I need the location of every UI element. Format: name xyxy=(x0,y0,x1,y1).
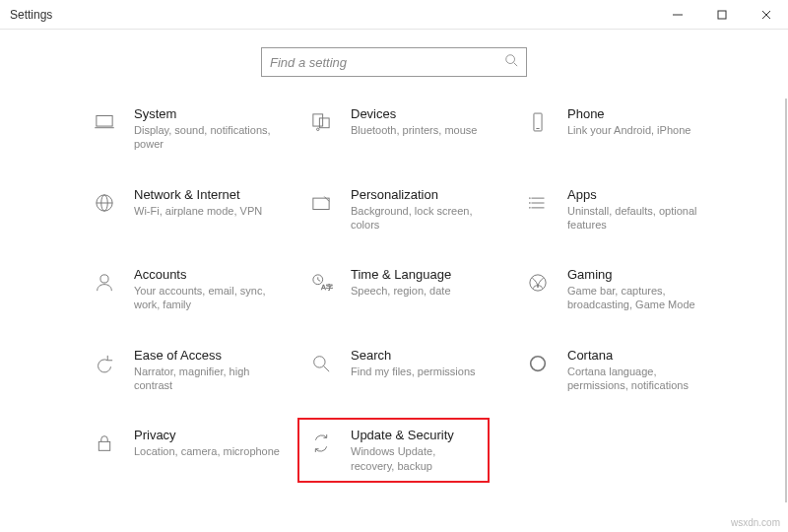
tile-update-security[interactable]: Update & Security Windows Update, recove… xyxy=(297,418,490,483)
search-container xyxy=(0,47,788,77)
svg-line-27 xyxy=(318,280,320,282)
paint-icon xyxy=(305,187,337,219)
svg-point-10 xyxy=(317,128,319,130)
window-title: Settings xyxy=(10,8,655,22)
search-box[interactable] xyxy=(261,47,527,77)
tile-desc: Location, camera, microphone xyxy=(134,444,280,458)
svg-point-30 xyxy=(314,356,325,366)
tile-desc: Cortana language, permissions, notificat… xyxy=(567,365,715,393)
scrollbar[interactable] xyxy=(785,99,787,502)
tile-title: Privacy xyxy=(134,428,280,442)
laptop-icon xyxy=(89,106,120,138)
svg-point-23 xyxy=(529,207,530,208)
tile-desc: Uninstall, defaults, optional features xyxy=(567,204,715,233)
tile-title: Devices xyxy=(351,106,477,121)
tile-title: Search xyxy=(351,348,476,363)
tile-title: Accounts xyxy=(134,267,282,282)
svg-line-5 xyxy=(514,63,518,67)
devices-icon xyxy=(305,106,337,138)
tile-network[interactable]: Network & Internet Wi-Fi, airplane mode,… xyxy=(89,187,305,233)
tile-phone[interactable]: Phone Link your Android, iPhone xyxy=(522,106,739,152)
phone-icon xyxy=(522,106,554,138)
svg-point-24 xyxy=(100,275,108,283)
watermark: wsxdn.com xyxy=(731,517,780,528)
maximize-button[interactable] xyxy=(699,0,744,30)
sync-icon xyxy=(305,428,337,459)
tile-ease-of-access[interactable]: Ease of Access Narrator, magnifier, high… xyxy=(89,348,305,393)
lock-icon xyxy=(89,428,120,459)
tile-title: Time & Language xyxy=(351,267,451,282)
tile-apps[interactable]: Apps Uninstall, defaults, optional featu… xyxy=(522,187,739,233)
tile-desc: Find my files, permissions xyxy=(351,365,476,378)
xbox-icon xyxy=(522,267,554,299)
globe-icon xyxy=(89,187,120,219)
tile-desc: Speech, region, date xyxy=(351,284,451,298)
tile-privacy[interactable]: Privacy Location, camera, microphone xyxy=(89,428,305,483)
svg-point-29 xyxy=(530,275,546,291)
close-button[interactable] xyxy=(744,0,788,30)
tile-desc: Your accounts, email, sync, work, family xyxy=(134,284,282,312)
tile-system[interactable]: System Display, sound, notifications, po… xyxy=(89,106,305,152)
minimize-button[interactable] xyxy=(655,0,699,30)
svg-text:A字: A字 xyxy=(321,284,333,293)
tile-title: Personalization xyxy=(351,187,498,202)
person-icon xyxy=(89,267,120,299)
apps-icon xyxy=(522,187,554,219)
svg-rect-8 xyxy=(313,114,323,126)
tile-title: Gaming xyxy=(567,267,715,282)
tile-cortana[interactable]: Cortana Cortana language, permissions, n… xyxy=(522,348,739,393)
tile-title: Update & Security xyxy=(351,428,482,442)
tile-desc: Display, sound, notifications, power xyxy=(134,123,282,152)
tile-desc: Wi-Fi, airplane mode, VPN xyxy=(134,204,262,218)
window-controls xyxy=(655,0,788,30)
svg-rect-6 xyxy=(97,116,112,127)
svg-point-21 xyxy=(529,197,530,198)
tile-desc: Game bar, captures, broadcasting, Game M… xyxy=(567,284,715,312)
time-language-icon: A字 xyxy=(305,267,337,299)
search-icon xyxy=(504,53,518,71)
ease-icon xyxy=(89,348,120,379)
tile-title: Phone xyxy=(567,106,690,121)
tile-desc: Link your Android, iPhone xyxy=(567,123,690,137)
svg-rect-16 xyxy=(313,198,329,209)
tile-desc: Narrator, magnifier, high contrast xyxy=(134,365,282,393)
svg-rect-33 xyxy=(98,442,109,451)
magnify-icon xyxy=(305,348,337,379)
tile-search[interactable]: Search Find my files, permissions xyxy=(305,348,522,393)
title-bar: Settings xyxy=(0,0,788,30)
tile-title: Apps xyxy=(567,187,715,202)
svg-point-32 xyxy=(531,356,546,370)
settings-grid: System Display, sound, notifications, po… xyxy=(0,106,788,483)
tile-title: System xyxy=(134,106,282,121)
svg-point-22 xyxy=(529,202,530,203)
cortana-icon xyxy=(522,348,554,379)
tile-personalization[interactable]: Personalization Background, lock screen,… xyxy=(305,187,522,233)
tile-title: Network & Internet xyxy=(134,187,262,202)
svg-rect-1 xyxy=(718,11,726,19)
tile-time[interactable]: A字 Time & Language Speech, region, date xyxy=(305,267,522,312)
tile-accounts[interactable]: Accounts Your accounts, email, sync, wor… xyxy=(89,267,305,312)
tile-desc: Windows Update, recovery, backup xyxy=(351,444,482,473)
tile-devices[interactable]: Devices Bluetooth, printers, mouse xyxy=(305,106,522,152)
svg-line-31 xyxy=(323,366,329,371)
svg-line-17 xyxy=(324,196,329,201)
tile-title: Cortana xyxy=(567,348,715,363)
tile-gaming[interactable]: Gaming Game bar, captures, broadcasting,… xyxy=(522,267,739,312)
svg-point-4 xyxy=(506,55,515,64)
tile-desc: Bluetooth, printers, mouse xyxy=(351,123,477,137)
tile-title: Ease of Access xyxy=(134,348,282,363)
tile-desc: Background, lock screen, colors xyxy=(351,204,498,233)
search-input[interactable] xyxy=(270,55,504,70)
